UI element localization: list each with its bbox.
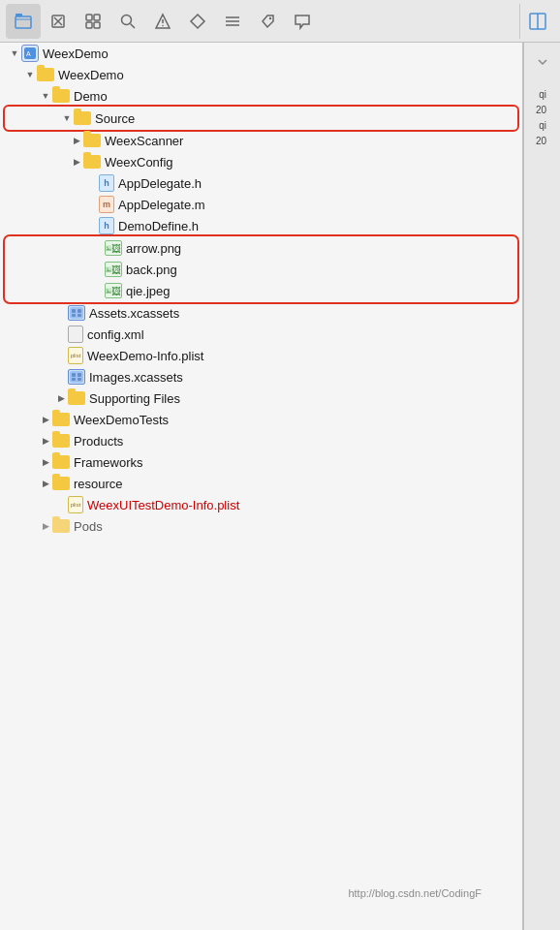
svg-rect-34 [78, 314, 81, 317]
tree-item-weexdemo-folder[interactable]: ▼ WeexDemo [0, 64, 522, 85]
lines-toolbar-icon[interactable] [215, 4, 250, 39]
label-resource: resource [74, 477, 123, 491]
tree-item-weexdemo-root[interactable]: ▼ A WeexDemo [0, 43, 522, 64]
svg-rect-32 [78, 309, 81, 313]
layout-toolbar-icon[interactable] [519, 4, 554, 39]
tree-item-weexuitestdemo-info-plist[interactable]: plist WeexUITestDemo-Info.plist [0, 494, 522, 515]
tree-item-supporting-files[interactable]: ▶ Supporting Files [0, 388, 522, 409]
arrow-resource: ▶ [39, 477, 52, 490]
grid-toolbar-icon[interactable] [76, 4, 110, 39]
folder-icon-weexdemotests [52, 413, 70, 426]
gutter-collapse-icon[interactable] [527, 46, 558, 78]
label-products: Products [74, 434, 123, 449]
arrow-weexconfig: ▶ [70, 155, 83, 169]
tree-item-images-xcassets[interactable]: Images.xcassets [0, 366, 522, 388]
arrow-pods: ▶ [39, 519, 52, 533]
gutter-text-block: qi 20 qi 20 [536, 87, 548, 149]
tree-item-weexdemo-info-plist[interactable]: plist WeexDemo-Info.plist [0, 345, 522, 366]
tree-item-appdelegate-m[interactable]: m AppDelegate.m [0, 194, 522, 215]
icon-demodefine-h: h [99, 217, 114, 234]
svg-rect-7 [86, 22, 92, 28]
label-assets-xcassets: Assets.xcassets [89, 306, 179, 321]
tree-item-demo[interactable]: ▼ Demo [0, 85, 522, 107]
chat-toolbar-icon[interactable] [285, 4, 320, 39]
icon-back-png [105, 262, 122, 277]
svg-rect-30 [70, 307, 83, 319]
label-weexconfig: WeexConfig [105, 155, 173, 170]
source-highlight-container: ▼ Source [6, 108, 516, 129]
label-weexuitestdemo-info-plist: WeexUITestDemo-Info.plist [87, 498, 239, 512]
folder-icon-resource [52, 477, 70, 490]
label-weexdemo-folder: WeexDemo [58, 68, 124, 82]
icon-weexuitestdemo-plist: plist [68, 496, 83, 513]
label-back-png: back.png [126, 263, 177, 277]
svg-rect-36 [72, 373, 76, 377]
svg-rect-35 [70, 371, 83, 383]
watermark: http://blog.csdn.net/CodingF [348, 887, 482, 899]
images-highlight-container: arrow.png back.png qie.jpeg [6, 237, 516, 301]
tree-item-pods[interactable]: ▶ Pods [0, 515, 522, 537]
label-appdelegate-m: AppDelegate.m [118, 198, 205, 212]
tree-item-qie-jpeg[interactable]: qie.jpeg [6, 280, 516, 301]
svg-text:A: A [26, 50, 31, 57]
arrow-demo: ▼ [39, 89, 52, 103]
tree-item-appdelegate-h[interactable]: h AppDelegate.h [0, 172, 522, 194]
folder-icon-weexscanner [83, 134, 101, 147]
arrow-products: ▶ [39, 434, 52, 448]
tree-item-weexconfig[interactable]: ▶ WeexConfig [0, 151, 522, 172]
search-toolbar-icon[interactable] [110, 4, 145, 39]
tree-item-back-png[interactable]: back.png [6, 259, 516, 280]
svg-point-12 [162, 24, 164, 26]
tree-item-demodefine-h[interactable]: h DemoDefine.h [0, 215, 522, 236]
icon-appdelegate-h: h [99, 174, 114, 192]
diff-toolbar-icon[interactable] [180, 4, 215, 39]
images-red-box: arrow.png back.png qie.jpeg [6, 237, 516, 301]
tree-item-weexscanner[interactable]: ▶ WeexScanner [0, 130, 522, 151]
icon-qie-jpeg [105, 283, 122, 298]
label-source: Source [95, 111, 135, 126]
right-gutter: qi 20 qi 20 [523, 43, 560, 930]
tree-item-frameworks[interactable]: ▶ Frameworks [0, 451, 522, 473]
tree-item-arrow-png[interactable]: arrow.png [6, 237, 516, 259]
svg-rect-38 [72, 378, 76, 381]
stop-toolbar-icon[interactable] [41, 4, 76, 39]
svg-point-25 [107, 267, 109, 269]
svg-point-22 [107, 246, 109, 248]
folder-icon-weexconfig [83, 155, 101, 169]
label-supporting-files: Supporting Files [89, 391, 180, 406]
gutter-line-4: 20 [536, 134, 546, 149]
folder-toolbar-icon[interactable] [6, 4, 41, 39]
svg-rect-0 [16, 16, 31, 28]
svg-point-28 [107, 289, 109, 291]
svg-line-10 [131, 23, 136, 28]
tree-item-products[interactable]: ▶ Products [0, 430, 522, 451]
label-qie-jpeg: qie.jpeg [126, 284, 171, 298]
tree-item-source[interactable]: ▼ Source [6, 108, 516, 129]
gutter-line-2: 20 [536, 103, 546, 118]
tree-item-resource[interactable]: ▶ resource [0, 473, 522, 494]
label-demodefine-h: DemoDefine.h [118, 219, 199, 233]
folder-icon-frameworks [52, 455, 70, 469]
folder-icon-demo [52, 89, 70, 103]
arrow-supporting-files: ▶ [54, 391, 68, 405]
icon-assets-xcassets [68, 305, 85, 321]
svg-point-16 [269, 16, 271, 18]
tree-item-weexdemotests[interactable]: ▶ WeexDemoTests [0, 409, 522, 430]
svg-rect-6 [94, 15, 100, 20]
label-weexdemo-root: WeexDemo [43, 46, 109, 61]
tag-toolbar-icon[interactable] [250, 4, 285, 39]
tree-item-assets-xcassets[interactable]: Assets.xcassets [0, 302, 522, 324]
arrow-weexdemo-folder: ▼ [23, 68, 37, 81]
gutter-line-3: qi [536, 118, 546, 134]
label-config-xml: config.xml [87, 327, 144, 342]
tree-item-config-xml[interactable]: config.xml [0, 324, 522, 345]
folder-icon-pods [52, 519, 70, 533]
svg-rect-39 [78, 378, 81, 381]
svg-rect-5 [86, 15, 92, 20]
warning-toolbar-icon[interactable] [145, 4, 180, 39]
label-weexscanner: WeexScanner [105, 134, 183, 148]
label-arrow-png: arrow.png [126, 241, 181, 256]
svg-rect-33 [72, 314, 76, 317]
label-weexdemo-info-plist: WeexDemo-Info.plist [87, 349, 203, 363]
icon-config-xml [68, 326, 83, 343]
